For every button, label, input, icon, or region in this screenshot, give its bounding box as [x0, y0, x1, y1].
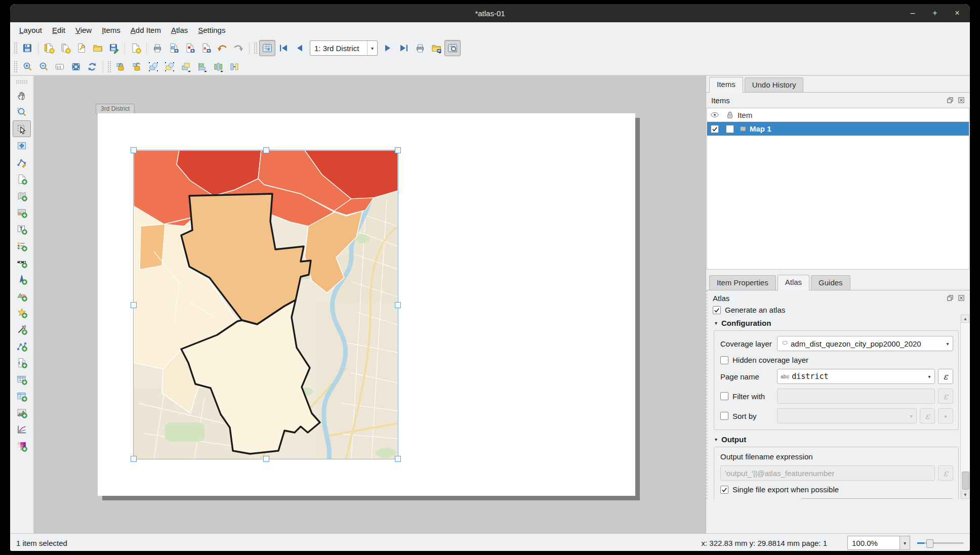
zoom-actual-button[interactable]: 1:1 [52, 59, 68, 75]
group-items-button[interactable] [145, 59, 161, 75]
resize-handle-sw[interactable] [131, 456, 137, 462]
toolbar-grip[interactable] [254, 42, 258, 54]
tab-atlas[interactable]: Atlas [778, 275, 809, 290]
filter-with-input[interactable] [777, 389, 935, 404]
visibility-checkbox[interactable] [711, 125, 719, 133]
ungroup-items-button[interactable] [161, 59, 178, 75]
image-format-combo[interactable]: png ▾ [800, 498, 953, 499]
move-item-content-tool-button[interactable] [13, 137, 31, 154]
add-color-ramp-button[interactable] [13, 438, 31, 454]
resize-items-button[interactable] [226, 59, 242, 75]
resize-handle-ne[interactable] [395, 147, 401, 153]
add-plot-button[interactable] [13, 421, 31, 438]
atlas-previous-feature-button[interactable] [292, 40, 308, 56]
chevron-down-icon[interactable]: ▾ [943, 336, 953, 351]
zoom-slider-thumb[interactable] [926, 539, 933, 548]
tab-guides[interactable]: Guides [811, 275, 850, 290]
coverage-layer-combo[interactable]: adm_dist_quezon_city_pop2000_2020 ▾ [777, 336, 953, 351]
layout-manager-button[interactable] [73, 40, 90, 56]
output-section-header[interactable]: ▾ Output [715, 435, 961, 444]
tab-items[interactable]: Items [709, 77, 743, 93]
zoom-slider[interactable] [917, 538, 964, 547]
sort-by-checkbox[interactable] [720, 412, 728, 420]
align-items-button[interactable] [194, 59, 210, 75]
print-atlas-button[interactable] [412, 40, 428, 56]
menu-items[interactable]: Items [97, 24, 126, 36]
atlas-next-feature-button[interactable] [380, 40, 396, 56]
export-atlas-button[interactable] [428, 40, 444, 56]
close-panel-icon[interactable] [957, 293, 966, 303]
add-label-button[interactable]: T [13, 221, 31, 237]
atlas-scroll-area[interactable]: ▾ Configuration Coverage layer adm_dist_… [708, 315, 961, 499]
tab-undo-history[interactable]: Undo History [745, 77, 804, 92]
minimize-button[interactable]: – [907, 9, 918, 18]
page-name-expression-button[interactable]: ε [938, 369, 953, 384]
scrollbar-thumb[interactable] [962, 472, 969, 490]
atlas-feature-combo[interactable]: 1: 3rd District ▾ [310, 40, 378, 56]
redo-button[interactable] [230, 40, 247, 56]
items-list[interactable]: Item Map 1 [707, 108, 969, 270]
atlas-first-feature-button[interactable] [275, 40, 292, 56]
scroll-up-icon[interactable]: ▲ [961, 315, 969, 323]
export-pdf-button[interactable]: A [198, 40, 214, 56]
layout-canvas[interactable]: 3rd District [34, 76, 706, 533]
toolbar-grip[interactable] [16, 80, 28, 84]
menu-edit[interactable]: Edit [47, 24, 70, 36]
sort-by-combo[interactable]: ▾ [777, 408, 917, 423]
atlas-last-feature-button[interactable] [396, 40, 412, 56]
zoom-level-combo[interactable]: 100.0% ▾ [847, 536, 910, 550]
hidden-coverage-checkbox[interactable] [720, 356, 728, 364]
scroll-down-icon[interactable]: ▼ [961, 491, 969, 499]
preview-atlas-toggle[interactable] [259, 40, 275, 56]
sort-direction-button[interactable]: ▲ [938, 408, 953, 423]
zoom-tool-button[interactable] [13, 104, 31, 120]
close-button[interactable]: × [952, 9, 963, 18]
select-move-item-tool-button[interactable] [13, 120, 31, 137]
menu-layout[interactable]: Layout [14, 24, 47, 36]
menu-view[interactable]: View [70, 24, 97, 36]
add-arrow-button[interactable] [13, 321, 31, 337]
add-html-button[interactable] [13, 354, 31, 371]
float-panel-icon[interactable] [946, 293, 955, 303]
filter-expression-button[interactable]: ε [938, 389, 953, 404]
edit-nodes-tool-button[interactable] [13, 154, 31, 170]
save-project-button[interactable] [19, 40, 35, 56]
unlock-items-button[interactable] [129, 59, 145, 75]
tab-item-properties[interactable]: Item Properties [709, 275, 776, 290]
add-scalebar-button[interactable] [13, 254, 31, 271]
pan-tool-button[interactable] [13, 87, 31, 104]
print-button[interactable] [149, 40, 166, 56]
close-panel-icon[interactable] [957, 96, 966, 105]
output-filename-input[interactable]: 'output_'||@atlas_featurenumber [720, 465, 935, 481]
open-layout-button[interactable] [90, 40, 106, 56]
filename-expression-button[interactable]: ε [938, 465, 953, 481]
add-north-arrow-button[interactable] [13, 271, 31, 287]
resize-handle-s[interactable] [263, 456, 269, 462]
export-image-button[interactable] [166, 40, 182, 56]
chevron-down-icon[interactable]: ▾ [906, 409, 916, 423]
sort-expression-button[interactable]: ε [920, 408, 935, 423]
menu-settings[interactable]: Settings [193, 24, 230, 36]
map-item[interactable] [134, 150, 398, 459]
atlas-scrollbar[interactable]: ▲ ▼ [960, 315, 970, 499]
zoom-full-button[interactable] [68, 59, 84, 75]
lock-checkbox[interactable] [726, 125, 734, 133]
add-map-button[interactable] [13, 170, 31, 187]
add-picture-button[interactable] [13, 204, 31, 221]
resize-handle-e[interactable] [395, 302, 401, 308]
page-name-combo[interactable]: abc district ▾ [777, 369, 935, 384]
export-svg-button[interactable] [182, 40, 198, 56]
add-fixed-table-button[interactable] [13, 388, 31, 404]
add-shape-button[interactable] [13, 287, 31, 304]
chevron-down-icon[interactable]: ▾ [900, 536, 910, 550]
raise-items-button[interactable] [178, 59, 194, 75]
zoom-out-button[interactable] [35, 59, 52, 75]
distribute-items-button[interactable] [210, 59, 226, 75]
new-layout-button[interactable] [41, 40, 57, 56]
duplicate-layout-button[interactable] [57, 40, 73, 56]
configuration-section-header[interactable]: ▾ Configuration [715, 319, 961, 327]
resize-handle-w[interactable] [131, 302, 137, 308]
add-elevation-profile-button[interactable] [13, 404, 31, 421]
toolbar-grip[interactable] [14, 42, 18, 54]
add-pages-button[interactable] [128, 40, 144, 56]
